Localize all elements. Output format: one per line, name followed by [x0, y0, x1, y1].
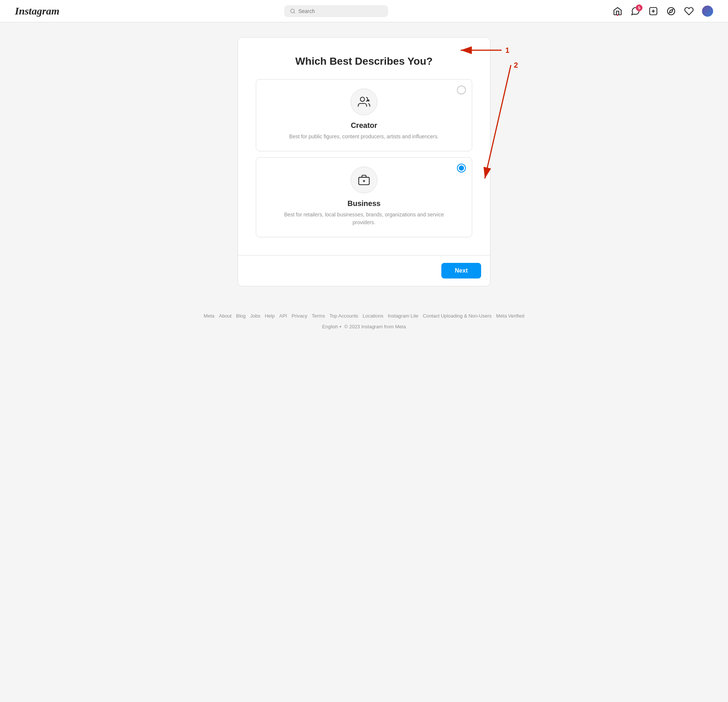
- creator-icon-circle: [351, 88, 377, 115]
- search-bar[interactable]: [284, 5, 388, 17]
- creator-desc: Best for public figures, content produce…: [289, 133, 439, 141]
- card-title: Which Best Describes You?: [256, 55, 472, 67]
- svg-point-0: [291, 9, 294, 13]
- footer-link-privacy[interactable]: Privacy: [291, 313, 307, 319]
- footer-link-meta-verified[interactable]: Meta Verified: [496, 313, 524, 319]
- footer-link-help[interactable]: Help: [265, 313, 275, 319]
- search-input[interactable]: [298, 8, 382, 14]
- creator-option[interactable]: Creator Best for public figures, content…: [256, 79, 472, 151]
- svg-text:1: 1: [505, 46, 509, 54]
- footer-link-about[interactable]: About: [219, 313, 232, 319]
- footer-links: Meta About Blog Jobs Help API Privacy Te…: [7, 313, 721, 319]
- explore-nav-item[interactable]: [666, 6, 676, 16]
- creator-radio: [457, 86, 466, 94]
- footer-link-contact[interactable]: Contact Uploading & Non-Users: [423, 313, 492, 319]
- chevron-down-icon: ▾: [339, 325, 341, 329]
- svg-text:2: 2: [514, 61, 518, 69]
- footer-bottom: English ▾ © 2023 Instagram from Meta: [7, 324, 721, 329]
- home-dot: [617, 15, 618, 16]
- footer-link-meta[interactable]: Meta: [204, 313, 215, 319]
- creator-title: Creator: [351, 121, 377, 130]
- logo: Instagram: [15, 5, 59, 17]
- notifications-nav-item[interactable]: [684, 6, 694, 16]
- footer-link-terms[interactable]: Terms: [312, 313, 325, 319]
- copyright-text: © 2023 Instagram from Meta: [344, 324, 406, 329]
- language-selector[interactable]: English ▾: [322, 324, 341, 329]
- business-radio: [457, 164, 466, 173]
- profile-nav-item[interactable]: [702, 6, 713, 17]
- selection-card: Which Best Describes You?: [238, 37, 490, 286]
- business-option[interactable]: Business Best for retailers, local busin…: [256, 157, 472, 237]
- home-nav-item[interactable]: [613, 6, 622, 16]
- next-button[interactable]: Next: [441, 263, 481, 278]
- notification-badge: 5: [636, 4, 642, 11]
- business-title: Business: [348, 199, 381, 208]
- footer-link-top-accounts[interactable]: Top Accounts: [329, 313, 358, 319]
- svg-point-7: [360, 97, 364, 101]
- creator-icon: [358, 96, 370, 108]
- search-icon: [290, 8, 296, 14]
- footer: Meta About Blog Jobs Help API Privacy Te…: [0, 301, 728, 335]
- card-body: Which Best Describes You?: [238, 38, 490, 255]
- create-icon: [648, 6, 658, 16]
- heart-icon: [684, 6, 694, 16]
- footer-link-blog[interactable]: Blog: [236, 313, 246, 319]
- create-nav-item[interactable]: [648, 6, 658, 16]
- main-content: Which Best Describes You?: [0, 22, 728, 301]
- svg-point-5: [667, 7, 675, 15]
- avatar: [702, 6, 713, 17]
- footer-link-instagram-lite[interactable]: Instagram Lite: [388, 313, 418, 319]
- language-label: English: [322, 324, 338, 329]
- svg-line-1: [294, 12, 295, 13]
- explore-icon: [666, 6, 676, 16]
- business-desc: Best for retailers, local businesses, br…: [282, 211, 446, 226]
- business-icon: [358, 174, 370, 186]
- card-footer: Next: [238, 255, 490, 286]
- footer-link-api[interactable]: API: [279, 313, 287, 319]
- footer-link-locations[interactable]: Locations: [363, 313, 383, 319]
- business-icon-circle: [351, 167, 377, 193]
- svg-marker-6: [669, 9, 673, 13]
- header: Instagram 5: [0, 0, 728, 22]
- footer-link-jobs[interactable]: Jobs: [250, 313, 260, 319]
- nav-bar: 5: [613, 6, 713, 17]
- messenger-nav-item[interactable]: 5: [631, 6, 640, 16]
